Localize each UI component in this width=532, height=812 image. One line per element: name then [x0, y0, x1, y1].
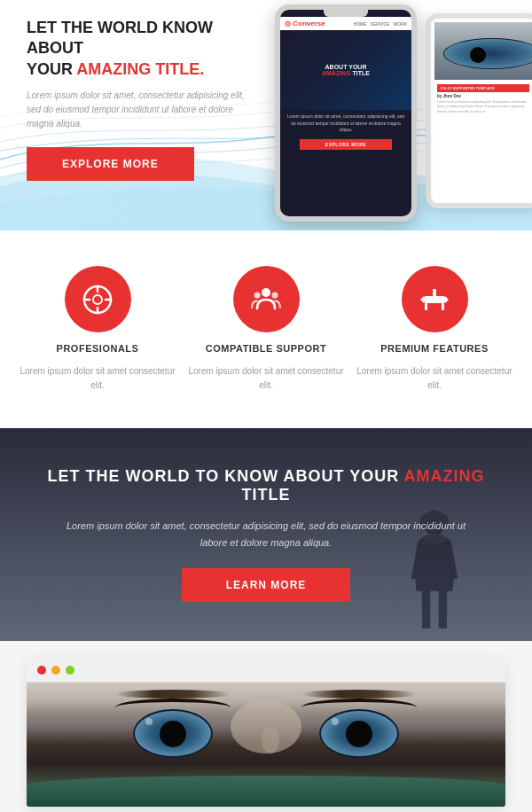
phones-mockup: FULLY SUPPORTED TEMPLATE by Jhon Doe Lor… — [266, 4, 532, 230]
eye-right — [319, 709, 399, 758]
feature-desc-1: Lorem ipsum dolor sit amet consectetur e… — [186, 364, 346, 393]
eyelash-right — [301, 699, 417, 716]
phone-back-by: by Jhon Doe — [437, 94, 529, 98]
svg-rect-9 — [442, 303, 444, 310]
professionals-icon — [65, 266, 131, 332]
svg-point-1 — [93, 295, 102, 304]
browser-image — [27, 683, 505, 807]
fabric-scarf — [27, 776, 505, 807]
feature-title-0: PROFESIONALS — [57, 343, 139, 354]
svg-rect-10 — [433, 289, 436, 296]
phone-nav: HOME SERVICE WORK — [354, 21, 407, 27]
hero-title-highlight: AMAZING TITLE. — [76, 60, 204, 78]
phone-logo: ◎ Converse — [285, 20, 325, 27]
phone-hero-title: ABOUT YOUR AMAZING TITLE — [322, 64, 370, 76]
phone-back-tag: FULLY SUPPORTED TEMPLATE — [437, 84, 529, 92]
hero-section: LET THE WORLD KNOW ABOUT YOUR AMAZING TI… — [0, 0, 532, 230]
learn-more-button[interactable]: LEARN MORE — [182, 568, 351, 602]
compatible-icon — [233, 266, 300, 332]
dark-banner-highlight: AMAZING — [403, 467, 484, 485]
dark-banner-desc: Lorem ipsum dolor sit amet, consectetur … — [0, 518, 532, 550]
feature-title-2: PREMIUM FEATURES — [380, 343, 488, 354]
svg-rect-8 — [425, 303, 427, 310]
dark-banner-title: LET THE WORLD TO KNOW ABOUT YOUR AMAZING… — [0, 467, 532, 504]
feature-desc-2: Lorem ipsum dolor sit amet consectetur e… — [355, 364, 514, 393]
premium-icon — [402, 266, 468, 332]
browser-dot-red — [37, 666, 46, 675]
browser-section — [0, 641, 532, 812]
browser-window — [27, 659, 505, 807]
feature-desc-0: Lorem ipsum dolor sit amet consectetur e… — [18, 364, 177, 393]
phone-back: FULLY SUPPORTED TEMPLATE by Jhon Doe Lor… — [426, 13, 532, 208]
feature-title-1: COMPATIBLE SUPPORT — [206, 343, 326, 354]
svg-point-3 — [254, 292, 261, 298]
eye-left — [133, 709, 213, 758]
hero-title: LET THE WORLD KNOW ABOUT YOUR AMAZING TI… — [27, 18, 257, 80]
phone-explore-btn[interactable]: EXPLORE MORE — [300, 139, 392, 150]
feature-item-professionals: PROFESIONALS Lorem ipsum dolor sit amet … — [18, 266, 177, 393]
svg-marker-7 — [445, 296, 449, 303]
svg-marker-6 — [420, 296, 424, 303]
feature-item-compatible: COMPATIBLE SUPPORT Lorem ipsum dolor sit… — [186, 266, 346, 393]
hero-subtitle: Lorem ipsum dolor sit amet, consectetur … — [27, 89, 257, 131]
browser-bar — [27, 659, 505, 683]
browser-dot-yellow — [51, 666, 60, 675]
phone-front: ◎ Converse HOME SERVICE WORK ABOUT YOUR … — [275, 4, 417, 222]
phone-hero-body: Lorem ipsum dolor sit amet, consectetur … — [280, 110, 411, 137]
svg-rect-5 — [424, 296, 445, 303]
explore-button[interactable]: EXPLORE MORE — [27, 147, 194, 181]
features-section: PROFESIONALS Lorem ipsum dolor sit amet … — [0, 230, 532, 428]
svg-point-4 — [272, 292, 278, 298]
eyelash-left — [115, 699, 231, 716]
features-grid: PROFESIONALS Lorem ipsum dolor sit amet … — [18, 266, 514, 393]
svg-point-2 — [262, 288, 270, 297]
browser-content — [27, 683, 505, 807]
dark-banner-section: LET THE WORLD TO KNOW ABOUT YOUR AMAZING… — [0, 428, 532, 641]
browser-dot-green — [66, 666, 74, 675]
hero-text-block: LET THE WORLD KNOW ABOUT YOUR AMAZING TI… — [27, 18, 257, 181]
feature-item-premium: PREMIUM FEATURES Lorem ipsum dolor sit a… — [355, 266, 514, 393]
phone-back-body: Lorem et al, consectetur adipisicing eli… — [437, 100, 529, 114]
